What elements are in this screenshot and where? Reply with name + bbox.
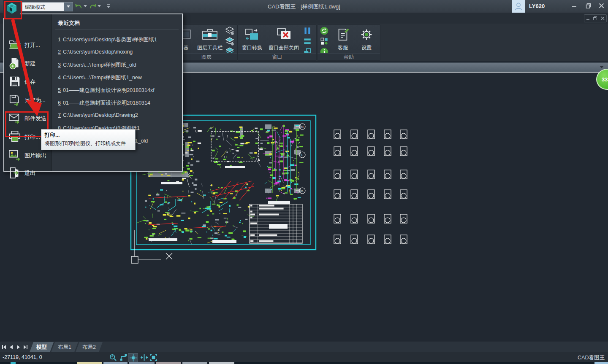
taskbar-window-segment xyxy=(209,362,234,364)
divider xyxy=(55,30,179,30)
undo-button[interactable] xyxy=(74,3,83,10)
zoom-tool-icon[interactable] xyxy=(108,353,117,361)
menu-item-save[interactable]: 保存 xyxy=(7,74,50,90)
window-switch-icon xyxy=(244,26,261,43)
prev-tab-button[interactable] xyxy=(8,344,14,350)
edit-mode-value: 编辑模式 xyxy=(22,3,64,11)
combo-dropdown-button[interactable] xyxy=(64,3,73,11)
recent-doc-item[interactable]: 501——建总施封面设计说明20180314xf xyxy=(58,87,155,95)
taskbar-window-segment xyxy=(182,362,207,364)
taskbar-window-segment xyxy=(129,362,155,364)
layout-tabs: 模型布局1布局2 xyxy=(32,342,103,352)
check-update-icon[interactable] xyxy=(320,26,331,36)
save-icon xyxy=(8,75,22,89)
layer-toolbar-icon xyxy=(201,26,218,43)
tab-layout2[interactable]: 布局2 xyxy=(76,342,103,352)
taskbar-window-segment xyxy=(77,362,102,364)
support-doc-icon xyxy=(336,26,350,43)
image-export-icon xyxy=(8,149,22,162)
print-tooltip: 打印... 将图形打印到绘图仪、打印机或文件 xyxy=(41,129,136,150)
edit-mode-combo[interactable]: 编辑模式 xyxy=(22,2,73,11)
open-icon xyxy=(8,38,22,52)
zoom-extents-icon[interactable] xyxy=(149,353,158,361)
snap-tool-icon[interactable] xyxy=(139,353,149,361)
user-avatar[interactable] xyxy=(512,0,525,13)
new-icon xyxy=(8,57,22,70)
recent-doc-item[interactable]: 601——建总施封面设计说明20180314 xyxy=(58,100,150,108)
menu-item-exit[interactable]: 退出 xyxy=(7,165,50,181)
logo-highlight-box xyxy=(4,1,22,19)
os-taskbar-strip xyxy=(0,362,608,364)
close-all-windows-icon xyxy=(275,26,292,43)
crosshair-mode-icon[interactable] xyxy=(128,353,138,362)
last-tab-button[interactable] xyxy=(22,344,29,350)
settings-gear-icon xyxy=(359,26,374,43)
window-switch-button[interactable]: 窗口转换 xyxy=(239,26,265,53)
customer-service-button[interactable]: 客服 xyxy=(332,26,354,53)
menu-item-open[interactable]: 打开... xyxy=(7,37,50,53)
svg-text:K: K xyxy=(301,189,304,193)
ribbon-group-window: 窗口转换 窗口全部关闭 窗口 xyxy=(238,24,317,61)
exit-icon xyxy=(8,167,22,180)
taskbar-window-segment xyxy=(594,362,608,364)
tooltip-description: 将图形打印到绘图仪、打印机或文件 xyxy=(45,140,132,147)
title-bar: CAD看图王 - [样例图纸1.dwg] 编辑模式 LY620 xyxy=(0,0,608,13)
layer-on-icon[interactable] xyxy=(225,26,236,36)
taskbar-window-segment xyxy=(103,362,128,364)
layer-current-icon[interactable] xyxy=(225,37,236,47)
taskbar-window-segment xyxy=(11,362,16,364)
menu-item-save-as[interactable]: 另存为... xyxy=(7,92,50,108)
group-label-window: 窗口 xyxy=(238,53,316,60)
doc-close-button[interactable] xyxy=(601,16,605,20)
group-label-help: 帮助 xyxy=(318,53,380,60)
polyline-tool-icon[interactable] xyxy=(119,353,128,361)
recent-doc-item[interactable]: 1C:\Users\yun\Desktop\各类图\样例图纸1 xyxy=(58,36,157,45)
cursor-coordinates: -27119, 41041, 0 xyxy=(3,354,42,360)
svg-text:L: L xyxy=(301,153,304,157)
doc-minimize-button[interactable] xyxy=(586,16,590,20)
username-label[interactable]: LY620 xyxy=(529,0,545,13)
next-tab-button[interactable] xyxy=(15,344,22,350)
redo-button[interactable] xyxy=(89,3,97,10)
recent-documents-header: 最近文档 xyxy=(58,19,80,27)
first-tab-button[interactable] xyxy=(1,344,7,350)
close-all-windows-button[interactable]: 窗口全部关闭 xyxy=(266,26,301,53)
save-as-icon xyxy=(8,94,22,107)
layer-toolbar-button[interactable]: 图层工具栏 xyxy=(195,26,225,53)
doc-restore-button[interactable] xyxy=(593,16,597,20)
recent-doc-item[interactable]: 4C:\Users\...\Temp\样例图纸1_new xyxy=(58,74,142,83)
customize-toolbar-icon[interactable] xyxy=(106,3,111,10)
layout-tab-bar: 模型布局1布局2 xyxy=(0,342,608,352)
restore-button[interactable] xyxy=(582,0,594,11)
brand-label: CAD看图王 xyxy=(578,354,605,361)
tile-horizontal-icon[interactable] xyxy=(303,37,314,47)
menu-item-new[interactable]: 新建 xyxy=(7,56,50,72)
recent-doc-item[interactable]: 2C:\Users\yun\Desktop\moxing xyxy=(58,49,133,57)
tooltip-title: 打印... xyxy=(45,132,132,139)
tab-layout1[interactable]: 布局1 xyxy=(51,342,78,352)
recent-doc-item[interactable]: 3C:\Users\...\Temp\样例图纸_old xyxy=(58,62,136,70)
application-window: { "titlebar": { "title": "CAD看图王 - [样例图纸… xyxy=(0,0,608,364)
undo-dropdown-icon[interactable] xyxy=(83,3,88,10)
feature-grid-icon[interactable] xyxy=(320,37,331,47)
document-window-controls xyxy=(584,14,607,22)
status-bar: -27119, 41041, 0 CAD看图王 xyxy=(0,352,608,362)
ribbon-group-help: 客服 设置 帮助 xyxy=(317,24,380,61)
group-label-layers: 图层 xyxy=(176,53,237,60)
recent-doc-item[interactable]: 7C:\Users\yun\Desktop\Drawing2 xyxy=(58,112,138,121)
chevron-down-icon[interactable] xyxy=(600,66,604,69)
tile-vertical-icon[interactable] xyxy=(303,26,314,36)
settings-button[interactable]: 设置 xyxy=(356,26,377,53)
redo-dropdown-icon[interactable] xyxy=(97,3,102,10)
taskbar-window-segment xyxy=(156,362,181,364)
close-button[interactable] xyxy=(595,0,607,11)
tab-model[interactable]: 模型 xyxy=(30,342,54,352)
svg-text:N: N xyxy=(301,125,304,129)
minimize-button[interactable] xyxy=(568,0,580,11)
ribbon-group-layers: 器 图层工具栏 图层 xyxy=(175,24,238,61)
